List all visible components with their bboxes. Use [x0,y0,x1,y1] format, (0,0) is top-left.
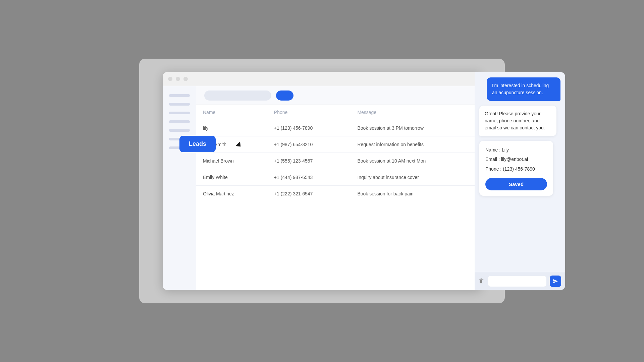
contact-info-card: Name : Lily Email : lily@enbot.ai Phone … [479,141,481,196]
chat-panel: I'm interested in scheduling an acupunct… [475,86,481,290]
cell-phone: +1 (123) 456-7890 [267,120,351,136]
sidebar-item-4[interactable] [169,120,190,123]
browser-titlebar [163,72,481,86]
cell-message: Book session for back pain [351,186,481,202]
table-row[interactable]: Michael Brown +1 (555) 123-4567 Book ses… [196,153,481,169]
topbar [196,86,481,105]
cell-phone: +1 (987) 654-3210 [267,136,351,153]
trash-icon[interactable]: 🗑 [479,278,481,285]
table-row[interactable]: Olivia Martinez +1 (222) 321-6547 Book s… [196,186,481,202]
sidebar-item-3[interactable] [169,112,190,114]
toggle-button[interactable] [276,90,293,101]
sidebar-item-1[interactable] [169,94,190,97]
cell-phone: +1 (555) 123-4567 [267,153,351,169]
col-phone: Phone [267,105,351,120]
search-bar[interactable] [204,90,271,101]
table-row[interactable]: Emily White +1 (444) 987-6543 Inquiry ab… [196,169,481,186]
sidebar [163,86,196,290]
traffic-light-close[interactable] [168,77,172,81]
cell-name: lily [196,120,267,136]
traffic-light-maximize[interactable] [183,77,188,81]
cell-name: Emily White [196,169,267,186]
chat-input-bar: 🗑 [475,272,481,290]
cell-message: Inquiry about insurance cover [351,169,481,186]
traffic-light-minimize[interactable] [176,77,180,81]
main-content: Name Phone Message lily +1 (123) 456-789… [196,86,481,290]
table-row[interactable]: lily +1 (123) 456-7890 Book session at 3… [196,120,481,136]
col-name: Name [196,105,267,120]
cell-phone: +1 (444) 987-6543 [267,169,351,186]
leads-table: Name Phone Message lily +1 (123) 456-789… [196,105,481,202]
sidebar-item-2[interactable] [169,103,190,106]
leads-badge-button[interactable]: Leads [179,136,216,152]
cell-message: Book session at 10 AM next Mon [351,153,481,169]
cell-name: Michael Brown [196,153,267,169]
col-message: Message [351,105,481,120]
cell-message: Request information on benefits [351,136,481,153]
cell-name: Olivia Martinez [196,186,267,202]
sidebar-item-5[interactable] [169,129,190,132]
cell-phone: +1 (222) 321-6547 [267,186,351,202]
chat-messages: I'm interested in scheduling an acupunct… [475,86,481,272]
cell-message: Book session at 3 PM tomorrow [351,120,481,136]
bot-message-bubble: Great! Please provide your name, phone n… [479,106,481,136]
